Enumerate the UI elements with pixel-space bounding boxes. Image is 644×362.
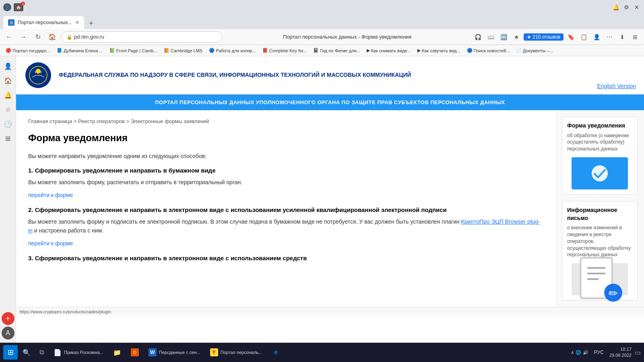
sidebar-card2-title: Информационное письмо — [567, 206, 632, 222]
home-icon[interactable]: 🏠1 — [14, 3, 23, 11]
sidebar-user-circle[interactable]: A — [2, 327, 14, 339]
sidebar-add[interactable]: + — [2, 312, 14, 325]
taskbar-search[interactable]: 🔍 — [19, 345, 34, 360]
bookmark-10[interactable]: 🔵 Поиск новостей... — [464, 47, 512, 54]
sidebar-card-2: Информационное письмо о внесении изменен… — [562, 201, 638, 300]
breadcrumb: Главная страница > Реестр операторов > Э… — [28, 118, 543, 124]
taskbar: ⊞ 🔍 ⧉ 📄 Приказ Роскомна... 📁 O W Персдан… — [0, 343, 644, 362]
download-icon[interactable]: ⬇ — [617, 31, 628, 43]
taskbar-taskview[interactable]: ⧉ — [35, 344, 48, 360]
sidebar-star[interactable]: ☆ — [2, 103, 14, 116]
taskbar-icon-3: O — [131, 348, 139, 356]
sidebar-history[interactable]: 🕐 — [2, 117, 14, 130]
english-version-link[interactable]: English Version — [597, 83, 636, 89]
section1-title: 1. Сформировать уведомление и направить … — [28, 167, 543, 174]
taskbar-icon-2: 📁 — [113, 348, 121, 356]
taskbar-clock: 10:17 29.08.2022 — [609, 346, 632, 359]
active-tab[interactable]: 🔒 Портал персональных... ✕ — [3, 16, 84, 29]
site-banner: ПОРТАЛ ПЕРСОНАЛЬНЫХ ДАННЫХ УПОЛНОМОЧЕННО… — [16, 95, 644, 110]
site-logo: РКН — [24, 61, 52, 89]
bookmarks-bar: 🔴 Портал государс... 📘 Дубинина Елена ..… — [0, 45, 644, 56]
main-content-area: Главная страница > Реестр операторов > Э… — [16, 110, 555, 307]
site-header: РКН ФЕДЕРАЛЬНАЯ СЛУЖБА ПО НАДЗОРУ В СФЕР… — [16, 56, 644, 95]
sidebar-card1-subtitle: об обработке (о намерении осуществлять о… — [567, 132, 632, 152]
taskbar-lang[interactable]: РУС — [592, 350, 606, 355]
taskbar-item-6[interactable]: e — [268, 344, 284, 360]
start-button[interactable]: ⊞ — [3, 345, 18, 360]
status-bar: https://www.cryptopro.ru/products/cades/… — [16, 307, 644, 316]
bookmark-11[interactable]: 📄 Документы –... — [514, 47, 555, 54]
sidebar-profile[interactable]: 👤 — [2, 60, 14, 72]
taskbar-tray: ∧ 🌐 🔊 — [571, 350, 588, 355]
minimize-button[interactable]: 🔔 — [612, 3, 620, 11]
site-title: ФЕДЕРАЛЬНАЯ СЛУЖБА ПО НАДЗОРУ В СФЕРЕ СВ… — [52, 71, 411, 79]
tray-volume[interactable]: 🔊 — [583, 350, 588, 355]
tab-bar: 🔒 Портал персональных... ✕ + — [0, 14, 644, 29]
intro-text: Вы можете направить уведомление одним из… — [28, 152, 543, 160]
sidebar-card-1: Форма уведомления об обработке (о намере… — [562, 117, 638, 195]
taskbar-item-1[interactable]: 📄 Приказ Роскомна... — [50, 344, 107, 360]
tab-close-button[interactable]: ✕ — [75, 20, 79, 25]
bookmark-6[interactable]: 📕 Complete Key for... — [260, 47, 310, 54]
page-heading: Форма уведомления — [28, 132, 543, 144]
bookmark-2[interactable]: 📘 Дубинина Елена ... — [54, 47, 105, 54]
reviews-badge[interactable]: ★ 210 отзывов — [524, 33, 564, 41]
svg-point-3 — [36, 69, 41, 74]
close-button[interactable]: ✕ — [633, 3, 641, 11]
sidebar-bell[interactable]: 🔔 — [2, 88, 14, 101]
refresh-button[interactable]: ↻ — [32, 31, 43, 43]
bookmark-icon[interactable]: 🔖 — [565, 31, 576, 43]
title-bar: 👤 🏠1 🔔 ⚙ ✕ — [0, 0, 644, 14]
bookmark-3[interactable]: 📗 Front Page | Camb... — [107, 47, 160, 54]
taskbar-item-4[interactable]: W Персданные с сен... — [144, 344, 204, 360]
favorites-icon[interactable]: ★ — [511, 31, 522, 43]
section1-text: Вы можете заполнить форму, распечатать и… — [28, 178, 543, 187]
settings-icon[interactable]: ⋯ — [604, 31, 615, 43]
taskbar-item-3[interactable]: O — [127, 344, 143, 360]
tab-label: Портал персональных... — [18, 20, 72, 25]
address-bar[interactable]: 🔒 pd.rkn.gov.ru — [61, 31, 222, 43]
section1-link[interactable]: перейти к форме — [28, 192, 543, 198]
forward-button[interactable]: → — [18, 31, 29, 43]
reader-icon[interactable]: 📖 — [485, 31, 496, 43]
tray-network[interactable]: 🌐 — [576, 350, 581, 355]
bookmark-5[interactable]: 🔵 Работа для копир... — [206, 47, 258, 54]
tab-favicon: 🔒 — [8, 19, 14, 26]
section2-title: 2. Сформировать уведомление и направить … — [28, 206, 543, 213]
bookmark-1[interactable]: 🔴 Портал государс... — [3, 47, 53, 54]
back-button[interactable]: ← — [3, 31, 14, 43]
bookmark-8[interactable]: ▶ Как снимать виде... — [364, 47, 413, 54]
sidebar-card2-icon[interactable]: ✏ — [572, 263, 628, 295]
section2-link[interactable]: перейти к форме — [28, 240, 543, 247]
bookmark-9[interactable]: ▶ Как озвучить вид... — [415, 47, 463, 54]
tray-arrow[interactable]: ∧ — [571, 350, 574, 355]
profile-icon[interactable]: 👤 — [3, 3, 11, 11]
headphone-icon[interactable]: 🎧 — [472, 31, 483, 43]
taskbar-icon-5: Y — [210, 348, 218, 356]
taskbar-icon-6: e — [272, 348, 280, 356]
sidebar-grid[interactable]: ⊞ — [2, 132, 14, 145]
browser-sidebar: 👤 🏠 🔔 ☆ 🕐 ⊞ + A — [0, 56, 16, 343]
section2-text: Вы можете заполнить форму и подписать ее… — [28, 217, 543, 235]
url-text: pd.rkn.gov.ru — [74, 34, 104, 40]
taskbar-item-5[interactable]: Y Портал персональ... — [206, 344, 266, 360]
sidebar-home[interactable]: 🏠 — [2, 74, 14, 87]
bookmark-7[interactable]: 📓 Гид по Фигме для... — [311, 47, 362, 54]
maximize-button[interactable]: ⚙ — [622, 3, 630, 11]
content-wrapper: Главная страница > Реестр операторов > Э… — [16, 110, 644, 307]
taskbar-icon-4: W — [149, 348, 157, 356]
profile-icon[interactable]: 👤 — [591, 31, 602, 43]
sidebar-card1-title: Форма уведомления — [567, 122, 632, 130]
split-icon[interactable]: ⊞ — [630, 31, 641, 43]
taskbar-item-2[interactable]: 📁 — [109, 344, 125, 360]
translate-icon[interactable]: 🔤 — [498, 31, 509, 43]
sidebar-card1-icon[interactable] — [572, 157, 628, 189]
home-button[interactable]: 🏠 — [47, 31, 58, 43]
svg-text:✏: ✏ — [609, 287, 618, 300]
taskbar-right: ∧ 🌐 🔊 РУС 10:17 29.08.2022 ▭ — [571, 346, 641, 359]
show-desktop-button[interactable]: ▭ — [635, 349, 641, 356]
collections-icon[interactable]: 📋 — [578, 31, 589, 43]
new-tab-button[interactable]: + — [86, 18, 97, 29]
bookmark-4[interactable]: 📙 Cambridge LMS — [161, 47, 205, 54]
taskbar-icon-1: 📄 — [54, 348, 62, 356]
